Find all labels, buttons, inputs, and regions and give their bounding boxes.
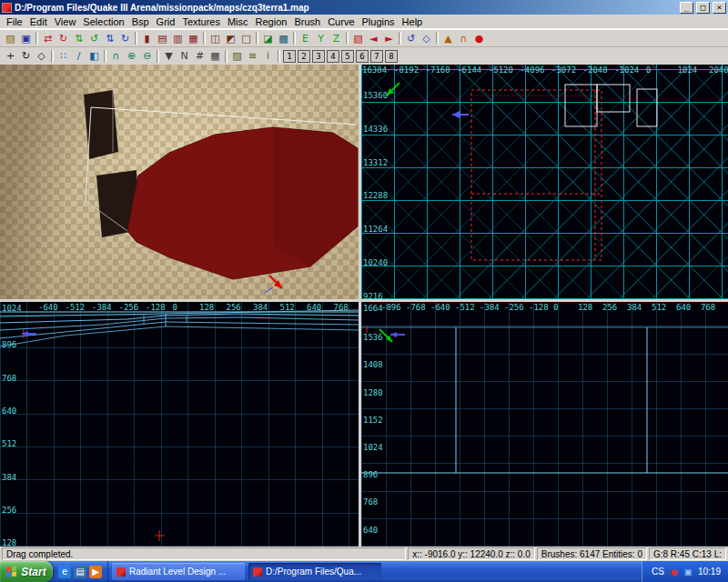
- language-indicator[interactable]: CS: [652, 567, 664, 577]
- csg-subtract-icon[interactable]: ◫: [207, 31, 223, 45]
- patch-insert-icon[interactable]: ⊕: [124, 49, 139, 64]
- open-icon[interactable]: ▨: [3, 31, 18, 45]
- menu-help[interactable]: Help: [399, 16, 427, 27]
- grid-size-button-6[interactable]: 6: [356, 50, 369, 63]
- show-names-icon[interactable]: N: [177, 49, 192, 64]
- menu-file[interactable]: File: [3, 16, 26, 27]
- grid-size-button-5[interactable]: 5: [341, 50, 354, 63]
- radiant-window: D:/Program Files/Quake III Arena/mission…: [0, 0, 728, 582]
- close-button[interactable]: ×: [713, 2, 726, 14]
- system-tray: CS ●▣ 10:19: [642, 561, 728, 582]
- xy-top-view[interactable]: 16384-8192-7168-6144-5120-4096-3072-2048…: [361, 65, 728, 299]
- patch-bend-icon[interactable]: ∩: [108, 49, 124, 64]
- radiant-app-icon: [2, 3, 12, 13]
- task-label: D:/Program Files/Qua...: [266, 567, 361, 577]
- show-desktop-icon[interactable]: ▤: [74, 566, 86, 578]
- toolbar-separator: [436, 32, 439, 45]
- maximize-button[interactable]: □: [696, 2, 710, 14]
- menu-grid[interactable]: Grid: [153, 16, 179, 27]
- start-button[interactable]: Start: [0, 561, 53, 582]
- entity-inspector-icon[interactable]: i: [260, 49, 276, 64]
- taskbar-tasks: Radiant Level Design ...D:/Program Files…: [108, 561, 642, 582]
- camera-3d-render: [0, 65, 359, 299]
- dont-select-curves-icon[interactable]: ∩: [456, 31, 471, 45]
- select-vertices-icon[interactable]: ∷: [56, 49, 71, 64]
- select-faces-icon[interactable]: ◧: [86, 49, 102, 64]
- show-entities-icon[interactable]: ▼: [161, 49, 177, 64]
- z-flip-icon[interactable]: ⇅: [102, 31, 117, 45]
- grid-size-button-8[interactable]: 8: [385, 50, 398, 63]
- menu-plugins[interactable]: Plugins: [359, 16, 399, 27]
- rotate-mode-icon[interactable]: ↻: [18, 49, 34, 64]
- cubic-clip-smaller-icon[interactable]: ◄: [366, 31, 381, 45]
- hollow-icon[interactable]: □: [238, 31, 254, 45]
- menu-view[interactable]: View: [51, 16, 80, 27]
- show-blocks-icon[interactable]: ▦: [207, 49, 223, 64]
- yz-view-render: [361, 302, 728, 547]
- show-coordinates-icon[interactable]: #: [192, 49, 207, 64]
- record-icon[interactable]: ●: [471, 31, 487, 45]
- clipper-icon[interactable]: ◪: [260, 31, 276, 45]
- menu-brush[interactable]: Brush: [290, 16, 324, 27]
- camera-3d-view[interactable]: [0, 65, 359, 299]
- menu-misc[interactable]: Misc: [224, 16, 252, 27]
- taskbar-task-1[interactable]: D:/Program Files/Qua...: [248, 563, 381, 580]
- toolbar-separator: [203, 32, 206, 45]
- menu-curve[interactable]: Curve: [324, 16, 358, 27]
- selection-rectangle: [471, 90, 602, 260]
- y-rotate-icon[interactable]: ↺: [86, 31, 102, 45]
- select-complete-tall-icon[interactable]: ▮: [139, 31, 155, 45]
- yz-front-view[interactable]: -896-768-640-512-384-256-128012825638451…: [361, 302, 728, 547]
- menu-edit[interactable]: Edit: [26, 16, 51, 27]
- texture-window-icon[interactable]: ▨: [229, 49, 245, 64]
- scale-mode-icon[interactable]: ◇: [34, 49, 49, 64]
- save-icon[interactable]: ▣: [18, 31, 34, 45]
- media-player-icon[interactable]: ▶: [89, 566, 102, 578]
- toolbar-separator: [256, 32, 258, 45]
- viewports: 16384-8192-7168-6144-5120-4096-3072-2048…: [0, 65, 728, 547]
- taskbar-task-0[interactable]: Radiant Level Design ...: [112, 563, 245, 580]
- menu-bsp[interactable]: Bsp: [128, 16, 153, 27]
- grid-size-button-7[interactable]: 7: [370, 50, 383, 63]
- grid-size-button-4[interactable]: 4: [327, 50, 339, 63]
- tray-icons: ●▣: [669, 567, 693, 577]
- toolbar-separator: [399, 32, 401, 45]
- select-inside-icon[interactable]: ▦: [186, 31, 201, 45]
- texture-lock-icon[interactable]: ▩: [276, 31, 291, 45]
- antivirus-icon[interactable]: ●: [669, 567, 680, 577]
- y-flip-icon[interactable]: ⇅: [71, 31, 86, 45]
- free-scale-icon[interactable]: ◇: [419, 31, 434, 45]
- translate-mode-icon[interactable]: +: [3, 49, 18, 64]
- status-bar: Drag completed. x:: -9016.0 y:: 12240.0 …: [0, 547, 728, 561]
- cubic-clip-larger-icon[interactable]: ►: [381, 31, 397, 45]
- select-edges-icon[interactable]: /: [71, 49, 86, 64]
- axis-y-icon[interactable]: Y: [313, 31, 329, 45]
- z-rotate-icon[interactable]: ↻: [117, 31, 133, 45]
- grid-size-button-1[interactable]: 1: [283, 50, 296, 63]
- grid-size-button-3[interactable]: 3: [312, 50, 325, 63]
- menu-selection[interactable]: Selection: [79, 16, 127, 27]
- xz-side-view[interactable]: -640-512-384-256-1280128256384512640768 …: [0, 302, 359, 547]
- network-icon[interactable]: ▣: [682, 567, 693, 577]
- cubic-clip-icon[interactable]: ▧: [350, 31, 366, 45]
- patch-delete-icon[interactable]: ⊖: [139, 49, 155, 64]
- x-rotate-icon[interactable]: ↻: [56, 31, 71, 45]
- minimize-button[interactable]: _: [680, 2, 693, 14]
- grid-size-button-2[interactable]: 2: [298, 50, 310, 63]
- free-rotation-icon[interactable]: ↺: [403, 31, 419, 45]
- menu-textures[interactable]: Textures: [178, 16, 224, 27]
- internet-explorer-icon[interactable]: e: [58, 566, 71, 578]
- select-touching-icon[interactable]: ▤: [155, 31, 170, 45]
- window-title: D:/Program Files/Quake III Arena/mission…: [15, 3, 677, 13]
- menu-bar: FileEditViewSelectionBspGridTexturesMisc…: [0, 15, 728, 29]
- axis-z-icon[interactable]: Z: [329, 31, 344, 45]
- clock: 10:19: [698, 567, 721, 577]
- x-flip-icon[interactable]: ⇄: [40, 31, 56, 45]
- dont-select-models-icon[interactable]: ▲: [440, 31, 456, 45]
- console-window-icon[interactable]: ≡: [245, 49, 260, 64]
- entities-e-icon[interactable]: E: [298, 31, 313, 45]
- select-partial-tall-icon[interactable]: ▥: [170, 31, 186, 45]
- menu-region[interactable]: Region: [252, 16, 291, 27]
- csg-merge-icon[interactable]: ◩: [223, 31, 238, 45]
- taskbar: Start e▤▶ Radiant Level Design ...D:/Pro…: [0, 561, 728, 582]
